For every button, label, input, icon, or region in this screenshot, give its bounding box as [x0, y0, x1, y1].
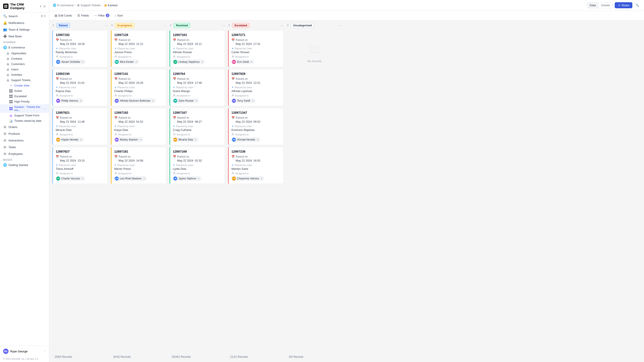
tab-details[interactable]: Details — [598, 2, 613, 8]
kanban-active-icon — [10, 89, 12, 92]
share-button[interactable]: ↗ Share — [615, 2, 632, 8]
drag-handle-icon[interactable]: ⠿ — [111, 24, 113, 27]
filter-button[interactable]: ⋯ Filter 2 — [92, 12, 112, 18]
topbar-search-button[interactable]: 🔍 — [634, 2, 640, 8]
sidebar-item-customers[interactable]: ⊞ Customers — [0, 61, 49, 67]
drag-handle-icon[interactable]: ⠿ — [228, 24, 230, 27]
table-row[interactable]: 12897163 📅 Raised on May 22 2024 15:11 ✦… — [170, 30, 225, 67]
sidebar-item-kanban-tickets[interactable]: Kanban - Tickets this mo... ⋯ — [0, 104, 49, 113]
table-row[interactable]: 12897128 📅 Raised on May 22 2024 12:12 ✦… — [111, 30, 166, 67]
fields-button[interactable]: ☰ Fields — [75, 13, 91, 18]
sidebar-item-active[interactable]: Active — [0, 88, 49, 94]
chip-remove-icon[interactable]: ✕ — [201, 60, 203, 63]
chip-remove-icon[interactable]: ✕ — [82, 60, 84, 63]
table-row[interactable]: 128971347 📅 Raised on May 22 2024 09:52 … — [228, 108, 284, 145]
chip-remove-icon[interactable]: ✕ — [80, 99, 82, 102]
table-row[interactable]: 12897192 📅 Raised on May 22 2024 01:52 ✦… — [111, 108, 166, 145]
grid-icon-contacts: ⊞ — [6, 57, 10, 60]
sidebar-item-new-base[interactable]: ➕ New Base — [0, 33, 49, 39]
edit-cards-button[interactable]: ▤ Edit Cards — [52, 13, 74, 18]
col-menu-resolved[interactable]: ⋯ — [222, 24, 225, 27]
table-row[interactable]: 12897192 📅 Raised on May 23 2024 18:28 ✦… — [52, 30, 108, 67]
sidebar-item-support-tickets[interactable]: ⊞ Support Tickets — [0, 77, 49, 83]
table-row[interactable]: 12897928 📅 Raised on May 22 2024 12:21 ✦… — [228, 69, 284, 106]
assigned-to-label: Assigned to — [56, 133, 105, 136]
card-id: 12897927 — [56, 150, 105, 153]
chip-remove-icon[interactable]: ✕ — [152, 99, 154, 102]
drag-handle-icon[interactable]: ⠿ — [287, 24, 289, 27]
raised-on-label: Raised on — [118, 155, 130, 158]
col-header-raised: ⠿Raised⋯ — [52, 23, 108, 28]
sidebar-item-support-form[interactable]: ▤ Support Ticket Form — [0, 113, 49, 118]
sidebar-item-contacts[interactable]: ⊞ Contacts — [0, 56, 49, 61]
chip-remove-icon[interactable]: ✕ — [198, 177, 200, 180]
sidebar-item-opportunities[interactable]: ⊞ Opprtunities — [0, 51, 49, 56]
breadcrumb-support-tickets[interactable]: ⊞ Support Tickets — [77, 3, 100, 7]
sidebar-item-products[interactable]: ⊞ Products — [0, 130, 49, 137]
table-row[interactable]: 1289764 📅 Raised on May 22 2024 17:48 ✦ … — [170, 69, 225, 106]
sidebar-item-employees[interactable]: ⊞ Employees — [0, 150, 49, 157]
card-raised-date: 📅 Raised on — [114, 38, 164, 41]
sidebar-item-tickets-by-date[interactable]: 📊 Tickets raised by date — [0, 118, 49, 124]
chip-remove-icon[interactable]: ✕ — [196, 99, 198, 102]
card-id: 12897821 — [56, 111, 105, 114]
sidebar-item-high-priority[interactable]: High Priority — [0, 99, 49, 104]
chip-remove-icon[interactable]: ✕ — [252, 99, 254, 102]
chip-remove-icon[interactable]: ✕ — [82, 177, 84, 180]
col-menu-raised[interactable]: ⋯ — [105, 24, 108, 27]
sidebar-item-ecommerce[interactable]: 🌐 E-commerce — [0, 44, 49, 51]
status-badge-resolved: Resolved — [174, 23, 190, 28]
table-row[interactable]: 12897181 📅 Raised on May 22 2024 14:56 ✦… — [111, 147, 166, 184]
chip-remove-icon[interactable]: ✕ — [135, 60, 137, 63]
col-menu-uncategorised[interactable]: ⋯ — [339, 24, 342, 27]
sidebar-item-activities[interactable]: ⊞ Activities — [0, 72, 49, 77]
person-icon — [173, 94, 176, 97]
user-chevron-icon[interactable]: ⌃ — [44, 350, 46, 353]
drag-handle-icon[interactable]: ⠿ — [170, 24, 172, 27]
chip-remove-icon[interactable]: ✕ — [143, 177, 145, 180]
tab-data[interactable]: Data — [587, 2, 598, 8]
sort-button[interactable]: ↕ Sort — [112, 13, 125, 18]
table-row[interactable]: 12897169 📅 Raised on May 22 2024 02:32 ✦… — [170, 147, 225, 184]
sidebar-item-getting-started[interactable]: 🌐 Getting Started — [0, 162, 49, 168]
col-menu-escalated[interactable]: ⋯ — [281, 24, 284, 27]
sidebar-item-create-view[interactable]: + Create View — [0, 83, 49, 88]
user-field-icon: ✦ — [173, 47, 175, 50]
col-menu-in-progress[interactable]: ⋯ — [164, 24, 166, 27]
sidebar-item-search[interactable]: 🔍 Search ⌘ K — [0, 13, 49, 19]
table-row[interactable]: 12897167 📅 Raised on May 22 2024 08:27 ✦… — [170, 108, 225, 145]
sidebar-item-orders[interactable]: ⊞ Orders — [0, 124, 49, 130]
records-count-badge: 25/82 Records — [52, 355, 74, 359]
chip-remove-icon[interactable]: ✕ — [257, 138, 259, 141]
svg-rect-3 — [6, 6, 7, 7]
chip-remove-icon[interactable]: ✕ — [250, 60, 252, 63]
assigned-to-chips: MD Miracle Dias ✕ — [173, 137, 222, 142]
table-row[interactable]: 12897927 📅 Raised on May 22 2024 23:15 ✦… — [52, 147, 108, 184]
sidebar-item-team-settings[interactable]: 👥 Team & Settings — [0, 26, 49, 33]
drag-handle-icon[interactable]: ⠿ — [52, 24, 54, 27]
card-raised-date: 📅 Raised on — [114, 116, 164, 119]
chip-remove-icon[interactable]: ✕ — [195, 138, 197, 141]
table-row[interactable]: 12897821 📅 Raised on May 22 2024 11:46 ✦… — [52, 108, 108, 145]
team-settings-label: Team & Settings — [8, 28, 46, 31]
interactions-icon: ⊞ — [3, 139, 7, 142]
sidebar-toggle-icon[interactable]: ☰ — [43, 5, 46, 8]
breadcrumb-ecommerce[interactable]: 🌐 E-commerce — [53, 3, 74, 7]
table-row[interactable]: 12897141 📅 Raised on May 22 2024 19:26 ✦… — [111, 69, 166, 106]
sidebar-item-tasks[interactable]: ⊞ Tasks — [0, 144, 49, 150]
table-row[interactable]: 12897238 📅 Raised on May 22 2024 16:52 ✦… — [228, 147, 284, 184]
chip-remove-icon[interactable]: ✕ — [80, 138, 82, 141]
kanban-more-icon[interactable]: ⋯ — [43, 107, 46, 110]
placed-by-value: Carter Rosser — [232, 50, 281, 54]
table-row[interactable]: 12897271 📅 Raised on May 22 2024 17:31 ✦… — [228, 30, 284, 67]
chip-remove-icon[interactable]: ✕ — [140, 138, 142, 141]
sidebar-item-escalated[interactable]: Escalated — [0, 94, 49, 99]
sidebar-item-interactions[interactable]: ⊞ Interactions — [0, 137, 49, 144]
assigned-to-label: Assigned to — [232, 172, 281, 175]
table-row[interactable]: 12892190 📅 Raised on May 22 2024 21:41 ✦… — [52, 69, 108, 106]
sidebar-item-users[interactable]: ⊞ Users — [0, 67, 49, 72]
sidebar-item-notifications[interactable]: 🔔 Notifications — [0, 19, 49, 26]
company-chevron-icon[interactable]: ▾ — [40, 5, 41, 8]
assignee-chip: LS Lindsey Septimus ✕ — [173, 59, 205, 64]
chip-remove-icon[interactable]: ✕ — [260, 177, 262, 180]
